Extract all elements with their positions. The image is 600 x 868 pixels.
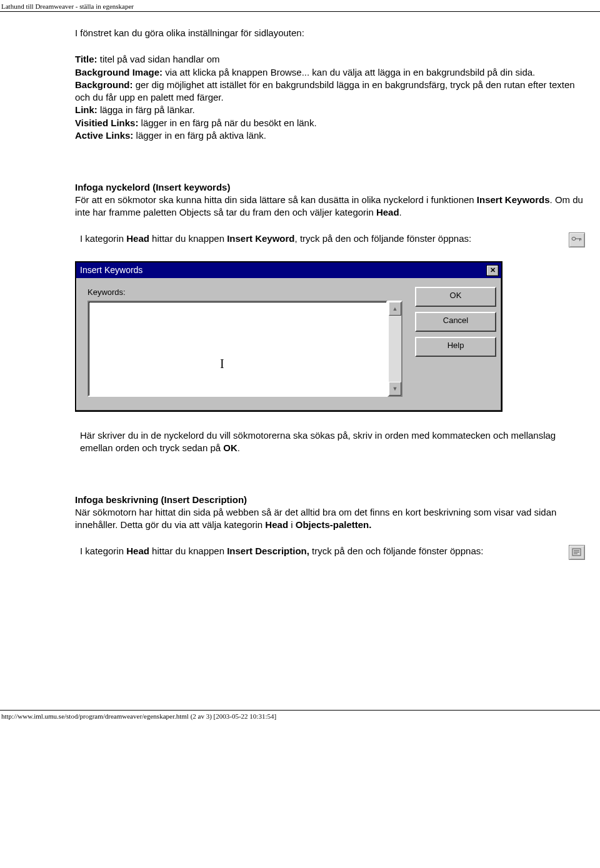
desc2-text-1: I kategorin: [80, 546, 126, 556]
kw-after-1: Här skriver du in de nyckelord du vill s…: [80, 430, 556, 453]
text-title: titel på vad sidan handlar om: [98, 54, 220, 64]
desc-instruction-row: I kategorin Head hittar du knappen Inser…: [75, 545, 585, 560]
label-title: Title:: [75, 54, 98, 64]
scroll-down-icon[interactable]: ▼: [389, 382, 401, 396]
kw-instruction-row: I kategorin Head hittar du knappen Inser…: [75, 232, 585, 247]
kw2-text-1: I kategorin: [80, 233, 126, 244]
desc-bold-1: Head: [265, 519, 288, 530]
intro-text: I fönstret kan du göra olika inställning…: [75, 27, 585, 39]
desc-text-2: i: [288, 519, 296, 530]
dialog-titlebar[interactable]: Insert Keywords ✕: [76, 262, 501, 278]
desc-heading: Infoga beskrivning (Insert Description): [75, 494, 247, 505]
kw-bold-1: Insert Keywords: [477, 194, 550, 205]
keywords-heading: Infoga nyckelord (Insert keywords): [75, 182, 230, 192]
kw-text-1: För att en sökmotor ska kunna hitta din …: [75, 194, 477, 205]
insert-keyword-icon[interactable]: [569, 232, 585, 247]
desc2-text-2: hittar du knappen: [149, 546, 227, 556]
kw-text-3: .: [399, 207, 402, 217]
desc2-bold-1: Head: [126, 546, 149, 556]
svg-rect-3: [581, 239, 581, 241]
help-button[interactable]: Help: [415, 337, 496, 357]
kw-after-2: .: [238, 442, 240, 453]
scrollbar[interactable]: ▲ ▼: [388, 301, 402, 397]
keywords-label: Keywords:: [88, 287, 402, 298]
page-header: Lathund till Dreamweaver - ställa in ege…: [0, 0, 600, 12]
svg-rect-1: [576, 239, 581, 239]
page-footer: http://www.iml.umu.se/stod/program/dream…: [0, 710, 600, 722]
desc2-bold-2: Insert Description,: [227, 546, 309, 556]
section-keywords: Infoga nyckelord (Insert keywords) För a…: [75, 181, 585, 219]
text-bgimage: via att klicka på knappen Browse... kan …: [162, 67, 535, 77]
text-cursor-icon: I: [220, 356, 224, 372]
kw-after-bold: OK: [223, 442, 238, 453]
kw2-bold-1: Head: [126, 233, 149, 244]
kw2-bold-2: Insert Keyword: [227, 233, 294, 244]
kw-after-text: Här skriver du in de nyckelord du vill s…: [75, 429, 585, 455]
text-background: ger dig möjlighet att istället för en ba…: [75, 79, 575, 102]
svg-rect-2: [579, 239, 580, 241]
text-alink: lägger in en färg på aktiva länk.: [133, 130, 266, 141]
label-background: Background:: [75, 79, 133, 90]
text-link: lägga in färg på länkar.: [98, 104, 195, 115]
ok-button[interactable]: OK: [415, 287, 496, 307]
desc-bold-2: Objects-paletten.: [296, 519, 372, 530]
text-vlink: lägger in en färg på när du besökt en lä…: [138, 117, 316, 128]
label-vlink: Visitied Links:: [75, 117, 138, 128]
kw-bold-2: Head: [376, 207, 399, 217]
kw2-text-3: , tryck på den och följande fönster öppn…: [295, 233, 472, 244]
content: I fönstret kan du göra olika inställning…: [0, 12, 600, 560]
scroll-up-icon[interactable]: ▲: [389, 302, 401, 316]
dialog-title: Insert Keywords: [80, 264, 142, 276]
properties-list: Title: titel på vad sidan handlar om Bac…: [75, 53, 585, 142]
label-link: Link:: [75, 104, 98, 115]
svg-point-0: [572, 237, 576, 241]
close-icon[interactable]: ✕: [486, 265, 499, 276]
label-alink: Active Links:: [75, 130, 133, 141]
insert-keywords-dialog: Insert Keywords ✕ Keywords: I ▲ ▼ OK Can…: [75, 261, 502, 411]
desc2-text-3: tryck på den och följande fönster öppnas…: [309, 546, 484, 556]
kw2-text-2: hittar du knappen: [149, 233, 227, 244]
label-bgimage: Background Image:: [75, 67, 162, 77]
insert-description-icon[interactable]: [569, 545, 585, 560]
keywords-input[interactable]: I: [88, 301, 388, 397]
cancel-button[interactable]: Cancel: [415, 312, 496, 332]
section-description: Infoga beskrivning (Insert Description) …: [75, 494, 585, 532]
